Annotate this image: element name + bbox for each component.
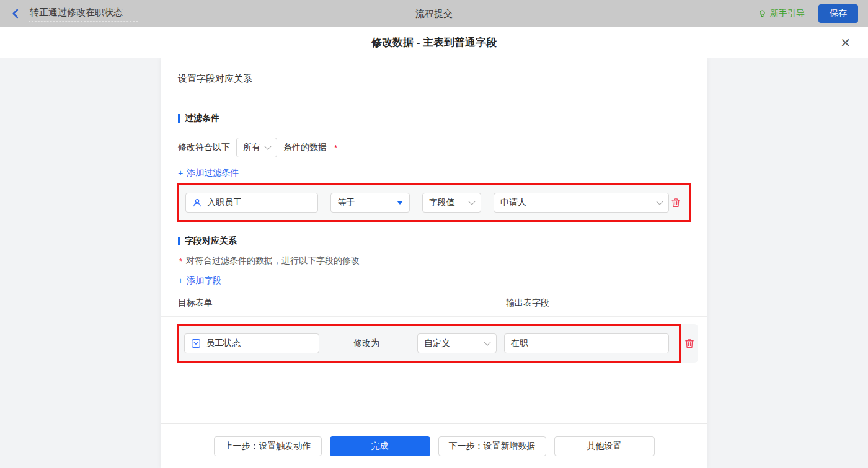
modify-type-select[interactable]: 自定义 — [417, 333, 497, 353]
mapping-description: * 对符合过滤条件的数据，进行以下字段的修改 — [178, 255, 690, 267]
lightbulb-icon — [758, 9, 767, 19]
chevron-down-icon — [468, 198, 475, 205]
beginner-guide-link[interactable]: 新手引导 — [758, 8, 805, 19]
add-filter-condition-link[interactable]: + 添加过滤条件 — [178, 167, 239, 179]
settings-card: 设置字段对应关系 过滤条件 修改符合以下 所有 条件的数据 * + 添加过滤条件 — [161, 58, 707, 468]
top-toolbar: 转正通过修改在职状态 流程提交 新手引导 保存 — [0, 0, 868, 27]
filter-field-input[interactable]: 入职员工 — [185, 193, 318, 213]
value-type-select[interactable]: 字段值 — [422, 193, 481, 213]
caret-down-icon — [397, 201, 403, 205]
done-button[interactable]: 完成 — [330, 436, 430, 456]
mapping-section-heading: 字段对应关系 — [178, 236, 690, 247]
prev-step-button[interactable]: 上一步：设置触发动作 — [214, 436, 322, 456]
operator-select[interactable]: 等于 — [330, 193, 409, 213]
modal-title: 修改数据 - 主表到普通字段 — [371, 35, 497, 50]
chevron-down-icon — [656, 198, 663, 205]
mapping-column-headers: 目标表单 输出表字段 — [161, 298, 707, 317]
modify-to-label: 修改为 — [353, 338, 389, 349]
plus-icon: + — [178, 168, 183, 178]
section-marker — [178, 237, 180, 245]
required-mark: * — [179, 257, 182, 266]
panel-title: 设置字段对应关系 — [161, 58, 707, 95]
other-settings-button[interactable]: 其他设置 — [554, 436, 655, 456]
filter-condition-row-highlighted: 入职员工 等于 字段值 申请人 — [177, 183, 691, 222]
section-marker — [178, 114, 180, 123]
chevron-left-icon — [10, 8, 21, 19]
mapping-row: 员工状态 修改为 自定义 在职 — [177, 324, 698, 363]
condition-prefix: 修改符合以下 — [178, 142, 230, 153]
trash-icon — [684, 338, 695, 349]
value-select[interactable]: 申请人 — [494, 193, 669, 213]
flow-title[interactable]: 转正通过修改在职状态 — [29, 6, 138, 22]
select-field-icon — [191, 338, 201, 348]
condition-scope-select[interactable]: 所有 — [236, 138, 277, 157]
condition-suffix: 条件的数据 — [283, 142, 327, 153]
plus-icon: + — [178, 276, 183, 286]
column-output-field: 输出表字段 — [506, 298, 549, 309]
modal-body: 设置字段对应关系 过滤条件 修改符合以下 所有 条件的数据 * + 添加过滤条件 — [0, 58, 868, 468]
custom-value-input[interactable]: 在职 — [504, 333, 669, 353]
required-mark: * — [334, 143, 337, 152]
back-button[interactable] — [10, 8, 21, 19]
target-field-input[interactable]: 员工状态 — [184, 333, 319, 353]
delete-mapping-button[interactable] — [683, 337, 696, 350]
column-target-form: 目标表单 — [178, 298, 213, 307]
guide-label: 新手引导 — [770, 8, 805, 19]
modal-header: 修改数据 - 主表到普通字段 ✕ — [0, 27, 868, 58]
mapping-row-highlighted: 员工状态 修改为 自定义 在职 — [177, 324, 681, 363]
close-icon[interactable]: ✕ — [840, 37, 851, 49]
chevron-down-icon — [264, 143, 271, 149]
next-step-button[interactable]: 下一步：设置新增数据 — [438, 436, 546, 456]
trash-icon — [670, 197, 681, 208]
filter-section-heading: 过滤条件 — [178, 113, 690, 124]
chevron-down-icon — [484, 338, 490, 345]
save-button[interactable]: 保存 — [818, 4, 858, 23]
delete-condition-button[interactable] — [669, 196, 683, 210]
condition-row: 修改符合以下 所有 条件的数据 * — [178, 138, 690, 157]
member-field-icon — [192, 198, 202, 208]
wizard-footer: 上一步：设置触发动作 完成 下一步：设置新增数据 其他设置 — [161, 423, 707, 468]
add-field-link[interactable]: + 添加字段 — [178, 275, 221, 286]
